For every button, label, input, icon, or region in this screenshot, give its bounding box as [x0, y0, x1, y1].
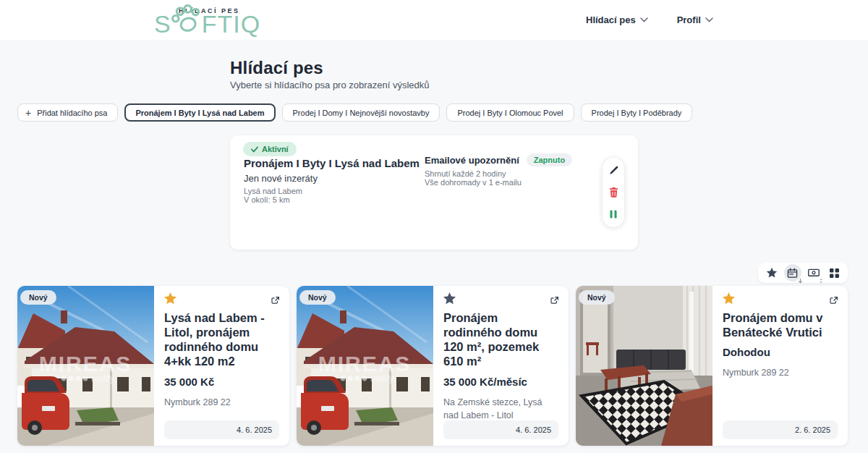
page-title: Hlídací pes: [230, 58, 323, 78]
watchdog-title: Pronájem I Byty I Lysá nad Labem: [244, 157, 420, 169]
external-link-icon[interactable]: [550, 296, 559, 305]
chip-label: Prodej I Byty I Poděbrady: [592, 109, 682, 117]
chip-label: Prodej I Byty I Olomouc Povel: [457, 109, 563, 117]
add-watchdog-button[interactable]: + Přidat hlídacího psa: [17, 103, 118, 122]
logo-brand: S FTIQ: [154, 12, 260, 36]
listing-title[interactable]: Pronájem domu v Benátecké Vrutici: [723, 310, 838, 339]
listing-date: 2. 6. 2025: [795, 426, 830, 434]
external-link-icon[interactable]: [271, 296, 280, 305]
listing-date: 4. 6. 2025: [516, 426, 551, 434]
new-badge: Nový: [579, 290, 615, 305]
listing-price: Dohodou: [723, 346, 838, 358]
listing-photo[interactable]: MIREAS reality Nový: [17, 286, 154, 446]
photo-watermark-brand: MIREAS: [318, 352, 412, 376]
chip-prodej-novostavby[interactable]: Prodej I Domy I Nejnovější novostavby: [282, 103, 441, 122]
listing-date-bar: 4. 6. 2025: [164, 420, 279, 439]
nav-profil-label: Profil: [677, 14, 701, 25]
photo-watermark-sub: reality: [91, 373, 114, 384]
calendar-icon: [787, 268, 798, 279]
listing-title[interactable]: Lysá nad Labem - Litol, pronájem rodinné…: [164, 310, 279, 369]
chip-pronajem-lysa[interactable]: Pronájem I Byty I Lysá nad Labem: [124, 103, 275, 122]
chip-prodej-podebrady[interactable]: Prodej I Byty I Poděbrady: [581, 103, 693, 122]
listing-title[interactable]: Pronájem rodinného domu 120 m², pozemek …: [443, 310, 558, 369]
status-badge-label: Aktivní: [262, 145, 289, 153]
favorites-view-button[interactable]: [763, 264, 780, 281]
watchdog-radius: V okolí: 5 km: [244, 195, 290, 204]
watchdog-filter: Jen nové inzeráty: [244, 173, 318, 184]
nav-hlidaci-pes-label: Hlídací pes: [586, 14, 636, 25]
new-badge: Nový: [299, 290, 336, 305]
email-grouping-line: Vše dohromady v 1 e-mailu: [425, 178, 522, 187]
logo-text-prefix: S: [154, 12, 171, 36]
new-badge: Nový: [20, 290, 56, 305]
email-notification-row: Emailové upozornění Zapnuto: [425, 153, 572, 166]
nav-hlidaci-pes[interactable]: Hlídací pes: [586, 14, 648, 25]
listing-date-bar: 4. 6. 2025: [443, 420, 558, 439]
listing-card: MIREAS reality Nový Pronájem rodinného d…: [297, 286, 569, 446]
check-icon: [251, 146, 258, 153]
listing-location: Nymburk 289 22: [164, 396, 279, 410]
interior-photo-graphic: [576, 286, 712, 446]
trash-icon: [609, 187, 618, 198]
email-state-badge[interactable]: Zapnuto: [527, 153, 572, 166]
watchdog-location: Lysá nad Labem: [244, 187, 302, 195]
listing-body: Lysá nad Labem - Litol, pronájem rodinné…: [154, 286, 289, 446]
email-summary-line: Shrnutí každé 2 hodiny: [425, 169, 506, 178]
photo-watermark-brand: MIREAS: [39, 352, 132, 376]
plus-icon: +: [25, 108, 31, 118]
listing-photo[interactable]: Nový: [576, 286, 712, 446]
delete-button[interactable]: [607, 186, 620, 199]
listing-location: Na Zemské stezce, Lysá nad Labem - Litol: [443, 396, 558, 423]
chevron-down-icon: [705, 17, 713, 22]
house-photo-graphic: MIREAS reality: [17, 286, 154, 446]
sort-by-price-button[interactable]: [805, 264, 822, 281]
add-watchdog-label: Přidat hlídacího psa: [37, 109, 107, 117]
header-nav: Hlídací pes Profil: [586, 0, 713, 40]
watchdog-actions: [603, 158, 624, 227]
logo-text-suffix: FTIQ: [202, 12, 260, 36]
email-notification-label: Emailové upozornění: [425, 155, 519, 166]
edit-button[interactable]: [607, 164, 620, 177]
listing-card: MIREAS reality Nový Lysá nad Labem - Lit…: [17, 286, 289, 446]
app-root: HLÍDACÍ PES S FTIQ Hlídací pes: [0, 0, 868, 453]
listing-date-bar: 2. 6. 2025: [723, 420, 838, 439]
sort-arrows-icon: [819, 278, 824, 284]
banknote-icon: [808, 268, 820, 278]
status-badge: Aktivní: [243, 142, 297, 156]
listing-photo[interactable]: MIREAS reality Nový: [297, 286, 433, 446]
watchdog-chips: + Přidat hlídacího psa Pronájem I Byty I…: [17, 103, 692, 122]
photo-watermark-sub: reality: [370, 373, 393, 384]
pause-button[interactable]: [607, 208, 620, 221]
listing-body: Pronájem rodinného domu 120 m², pozemek …: [433, 286, 569, 446]
star-icon[interactable]: [163, 292, 177, 305]
grid-icon: [829, 268, 840, 279]
star-icon[interactable]: [722, 292, 736, 305]
sort-by-date-button[interactable]: [784, 264, 801, 281]
listing-price: 35 000 Kč: [164, 376, 279, 388]
chip-label: Prodej I Domy I Nejnovější novostavby: [293, 109, 430, 117]
listing-price: 35 000 Kč/měsíc: [443, 376, 558, 388]
arrow-down-icon: [798, 279, 803, 284]
chip-label: Pronájem I Byty I Lysá nad Labem: [135, 109, 264, 117]
paw-icon: [170, 3, 203, 36]
grid-view-button[interactable]: [826, 264, 843, 281]
results-view-toolbar: [758, 263, 848, 283]
chip-prodej-olomouc[interactable]: Prodej I Byty I Olomouc Povel: [446, 103, 574, 122]
pencil-icon: [608, 166, 618, 176]
listing-date: 4. 6. 2025: [237, 426, 272, 434]
softiq-logo[interactable]: HLÍDACÍ PES S FTIQ: [154, 1, 284, 39]
listing-card: Nový Pronájem domu v Benátecké Vrutici D…: [576, 286, 848, 446]
listing-body: Pronájem domu v Benátecké Vrutici Dohodo…: [712, 286, 848, 446]
listing-results: MIREAS reality Nový Lysá nad Labem - Lit…: [17, 286, 848, 446]
external-link-icon[interactable]: [829, 296, 838, 305]
nav-profil[interactable]: Profil: [677, 14, 713, 25]
star-icon[interactable]: [443, 292, 456, 305]
watchdog-detail-card: Aktivní Pronájem I Byty I Lysá nad Labem…: [230, 135, 638, 250]
pause-icon: [610, 210, 617, 219]
star-icon: [766, 267, 778, 279]
top-header: HLÍDACÍ PES S FTIQ Hlídací pes: [0, 0, 868, 40]
page-subtitle: Vyberte si hlídacího psa pro zobrazení v…: [230, 80, 430, 90]
house-photo-graphic: MIREAS reality: [297, 286, 433, 446]
chevron-down-icon: [640, 17, 648, 22]
listing-location: Nymburk 289 22: [723, 366, 838, 380]
